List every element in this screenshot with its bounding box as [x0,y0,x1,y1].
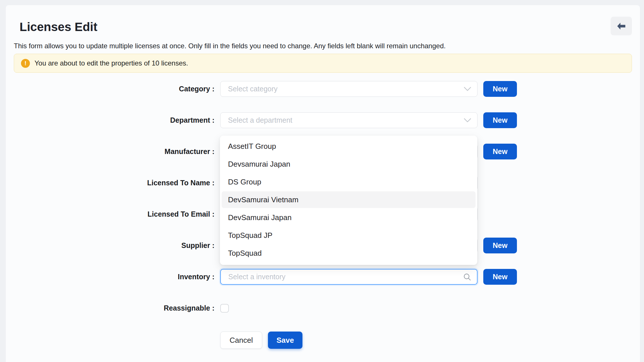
category-select[interactable]: Select category [220,81,478,97]
department-select[interactable]: Select a department [220,112,478,128]
warning-alert-text: You are about to edit the properties of … [34,59,188,67]
category-row: Category : Select category New [14,81,632,97]
supplier-new-button[interactable]: New [483,238,517,253]
reassignable-checkbox[interactable] [220,304,229,313]
department-new-button[interactable]: New [483,112,517,128]
dropdown-option[interactable]: TopSquad JP [222,227,476,244]
manufacturer-label: Manufacturer : [14,147,214,156]
inventory-new-button[interactable]: New [483,269,517,285]
warning-alert: ! You are about to edit the properties o… [14,54,632,73]
dropdown-option[interactable]: Devsamurai Japan [222,156,476,172]
exclamation-circle-icon: ! [21,59,30,68]
save-button[interactable]: Save [268,332,302,349]
chevron-down-icon [464,87,471,91]
dropdown-option-active[interactable]: DevSamurai Vietnam [222,191,476,208]
back-button[interactable] [611,17,632,35]
department-row: Department : Select a department New [14,112,632,128]
inventory-select[interactable]: Select a inventory [220,269,478,285]
supplier-label: Supplier : [14,241,214,250]
category-placeholder: Select category [228,85,277,93]
dropdown-option[interactable]: DevSamurai Japan [222,209,476,226]
arrow-left-icon [616,22,626,30]
page-title: Licenses Edit [20,20,632,34]
chevron-down-icon [464,118,471,123]
category-label: Category : [14,85,214,93]
form-description: This form allows you to update multiple … [14,41,632,50]
dropdown-option[interactable]: AssetIT Group [222,138,476,155]
licensed-to-name-label: Licensed To Name : [14,179,214,187]
dropdown-option[interactable]: TopSquad [222,245,476,261]
department-label: Department : [14,116,214,124]
page: Licenses Edit This form allows you to up… [0,0,644,362]
cancel-button[interactable]: Cancel [220,332,262,349]
reassignable-row: Reassignable : [14,300,632,316]
select-dropdown-panel: AssetIT Group Devsamurai Japan DS Group … [220,136,477,265]
reassignable-label: Reassignable : [14,304,214,312]
dropdown-option[interactable]: DS Group [222,174,476,190]
inventory-label: Inventory : [14,273,214,281]
inventory-row: Inventory : Select a inventory New [14,269,632,285]
inventory-placeholder: Select a inventory [228,273,285,281]
category-new-button[interactable]: New [483,81,517,97]
licensed-to-email-label: Licensed To Email : [14,210,214,218]
department-placeholder: Select a department [228,116,292,124]
form-actions: Cancel Save [220,332,632,349]
manufacturer-new-button[interactable]: New [483,144,517,159]
search-icon [463,273,471,281]
